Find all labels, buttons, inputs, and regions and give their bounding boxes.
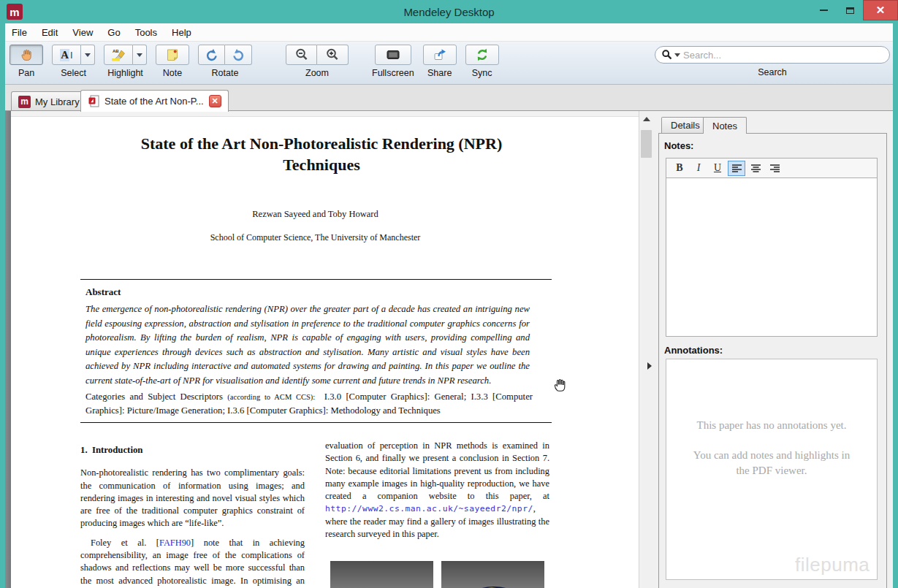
tab-document[interactable]: State of the Art Non-P... ✕ [80, 90, 229, 112]
categories-text: Categories and Subject Descriptors (acco… [85, 390, 533, 417]
mendeley-library-icon: m [18, 96, 31, 108]
tab-notes-label: Notes [712, 121, 737, 131]
vertical-scrollbar[interactable] [639, 111, 652, 588]
window-title: Mendeley Desktop [0, 6, 898, 18]
share-icon [433, 47, 447, 62]
tab-close-button[interactable]: ✕ [209, 95, 221, 107]
text-cursor-icon: I [70, 50, 73, 61]
menu-tools[interactable]: Tools [128, 25, 164, 40]
rotate-label: Rotate [212, 68, 239, 78]
paper-affiliation: School of Computer Science, The Universi… [80, 232, 550, 243]
search-box[interactable] [655, 46, 890, 64]
menu-file[interactable]: File [4, 25, 34, 40]
note-button[interactable] [156, 45, 189, 65]
notes-format-toolbar: B I U [666, 158, 878, 177]
highlight-tool: AB Highlight [104, 45, 147, 78]
rotate-left-button[interactable] [198, 45, 225, 65]
align-left-icon [731, 164, 742, 173]
close-icon: ✕ [876, 4, 886, 17]
zoom-label: Zoom [305, 68, 329, 78]
fullscreen-label: Fullscreen [372, 68, 414, 78]
scroll-up-icon [643, 117, 650, 121]
scrollbar-thumb[interactable] [641, 130, 652, 158]
zoom-out-icon [294, 47, 309, 62]
highlight-dropdown[interactable] [133, 45, 147, 65]
companion-website-link[interactable]: http://www2.cs.man.ac.uk/~sayeedr2/npr/ [325, 504, 533, 513]
svg-text:AB: AB [113, 49, 119, 53]
menu-go[interactable]: Go [100, 25, 127, 40]
minimize-button[interactable] [810, 0, 837, 20]
paper-authors: Rezwan Sayeed and Toby Howard [80, 209, 550, 220]
hand-icon [19, 47, 34, 62]
paper-title: State of the Art Non-Photorealistic Rend… [110, 133, 533, 175]
notes-editor[interactable] [666, 177, 878, 337]
notes-textarea[interactable] [666, 178, 877, 336]
align-center-icon [750, 164, 761, 173]
window-border-left [0, 23, 5, 588]
zoom-tool: Zoom [286, 45, 349, 78]
zoom-out-button[interactable] [286, 45, 317, 65]
align-left-button[interactable] [728, 161, 745, 176]
align-center-button[interactable] [747, 161, 764, 176]
chevron-down-icon [137, 53, 142, 57]
chevron-down-icon [85, 53, 91, 57]
tab-notes[interactable]: Notes [703, 117, 747, 134]
details-notes-panel: Details Notes Notes: B I U Annotations: … [652, 111, 893, 588]
select-button[interactable]: AI [52, 45, 81, 65]
fullscreen-button[interactable] [375, 45, 411, 65]
align-right-icon [769, 164, 780, 173]
annotations-label: Annotations: [664, 345, 723, 356]
rotate-right-icon [231, 47, 246, 62]
zoom-in-icon [325, 47, 340, 62]
close-button[interactable]: ✕ [863, 0, 898, 20]
rotate-left-icon [205, 47, 219, 62]
maximize-button[interactable] [837, 0, 863, 20]
annotations-empty-line1: This paper has no annotations yet. [666, 419, 877, 432]
tab-my-library[interactable]: m My Library [11, 91, 87, 111]
menu-edit[interactable]: Edit [34, 25, 65, 40]
underline-button[interactable]: U [709, 161, 726, 176]
pan-tool: Pan [9, 45, 43, 78]
highlighter-icon: AB [111, 47, 126, 62]
note-tool: Note [156, 45, 189, 78]
column-left: 1. Introduction Non-photorealistic rende… [80, 444, 305, 588]
share-tool: Share [423, 45, 457, 78]
maximize-icon [846, 7, 854, 14]
scroll-up-button[interactable] [641, 113, 652, 125]
search-icon [661, 49, 673, 61]
search-area: Search [655, 46, 890, 77]
close-icon: ✕ [212, 96, 218, 106]
annotations-empty-line2: You can add notes and highlights in the … [666, 448, 877, 478]
column-right: evaluation of perception in NPR methods … [325, 440, 549, 547]
tab-details[interactable]: Details [661, 117, 709, 133]
sticky-note-icon [165, 47, 180, 62]
toolbar: Pan AI Select AB [0, 42, 898, 85]
pdf-file-icon [88, 95, 100, 107]
menu-view[interactable]: View [65, 25, 100, 40]
align-right-button[interactable] [766, 161, 783, 176]
share-button[interactable] [423, 45, 457, 65]
search-input[interactable] [683, 50, 883, 61]
citation-link[interactable]: FAFH90 [159, 538, 191, 548]
panel-collapse-handle[interactable] [647, 362, 652, 370]
pdf-viewer[interactable]: State of the Art Non-Photorealistic Rend… [5, 111, 639, 588]
pan-button[interactable] [9, 45, 43, 65]
zoom-in-button[interactable] [317, 45, 349, 65]
rotate-tool: Rotate [198, 45, 252, 78]
document-tab-bar: m My Library State of the Art Non-P... ✕ [5, 85, 898, 111]
highlight-button[interactable]: AB [104, 45, 133, 65]
sync-button[interactable] [465, 45, 499, 65]
bold-button[interactable]: B [671, 161, 688, 176]
pan-label: Pan [18, 68, 34, 78]
search-label: Search [758, 67, 787, 77]
menu-bar: File Edit View Go Tools Help [0, 23, 898, 42]
intro-paragraph-1: Non-photorealistic rendering has two com… [80, 467, 305, 530]
sync-icon [475, 47, 490, 62]
select-dropdown[interactable] [81, 45, 95, 65]
italic-button[interactable]: I [690, 161, 707, 176]
note-label: Note [163, 68, 182, 78]
menu-help[interactable]: Help [164, 25, 199, 40]
search-filter-chevron-icon[interactable] [674, 53, 680, 57]
rotate-right-button[interactable] [225, 45, 252, 65]
annotations-box: This paper has no annotations yet. You c… [666, 359, 878, 580]
